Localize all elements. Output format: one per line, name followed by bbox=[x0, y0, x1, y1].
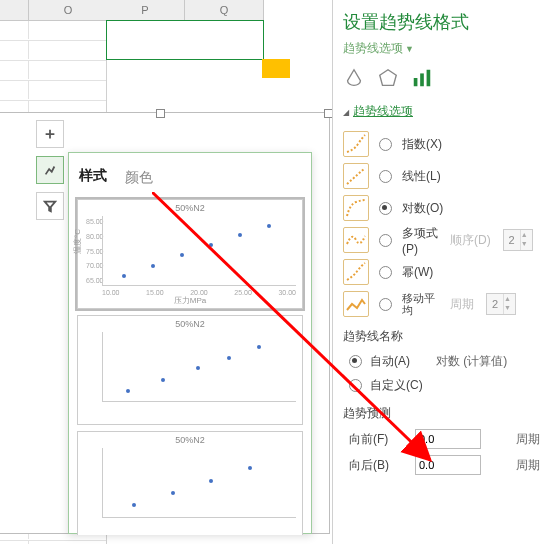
col-head-p[interactable]: P bbox=[106, 0, 185, 20]
col-head-q[interactable]: Q bbox=[185, 0, 264, 20]
option-power[interactable]: 幂(W) bbox=[343, 256, 540, 288]
col-head-o[interactable]: O bbox=[29, 0, 108, 20]
poly-order-spinner[interactable]: 2▲▼ bbox=[503, 229, 533, 251]
pane-subtitle[interactable]: 趋势线选项▼ bbox=[343, 40, 540, 57]
fill-line-icon[interactable] bbox=[343, 67, 365, 89]
gallery-body[interactable]: 50%N2 温度°C 85.0080.0075.0070.0065.00 10.… bbox=[69, 191, 311, 535]
option-polynomial[interactable]: 多项式(P) 顺序(D) 2▲▼ bbox=[343, 224, 540, 256]
chart-filter-button[interactable] bbox=[36, 192, 64, 220]
pane-title: 设置趋势线格式 bbox=[343, 10, 540, 34]
tab-color[interactable]: 颜色 bbox=[125, 169, 153, 191]
tab-style[interactable]: 样式 bbox=[79, 167, 107, 191]
resize-handle[interactable] bbox=[156, 109, 165, 118]
moving-period-spinner[interactable]: 2▲▼ bbox=[486, 293, 516, 315]
svg-marker-0 bbox=[380, 70, 397, 86]
selection-outline bbox=[106, 20, 264, 60]
style-thumb[interactable]: 50%N2 bbox=[77, 431, 303, 535]
col-head-blank[interactable] bbox=[0, 0, 29, 20]
style-gallery: 样式 颜色 50%N2 温度°C 85.0080.0075.0070.0065.… bbox=[68, 152, 312, 534]
section-trendline-name: 趋势线名称 bbox=[343, 328, 540, 345]
style-thumb[interactable]: 50%N2 bbox=[77, 315, 303, 425]
svg-rect-2 bbox=[420, 73, 424, 86]
forward-input[interactable] bbox=[415, 429, 481, 449]
name-custom-row[interactable]: 自定义(C) bbox=[349, 373, 540, 397]
section-forecast: 趋势预测 bbox=[343, 405, 540, 422]
style-thumb[interactable]: 50%N2 温度°C 85.0080.0075.0070.0065.00 10.… bbox=[77, 199, 303, 309]
chart-add-button[interactable] bbox=[36, 120, 64, 148]
option-exponential[interactable]: 指数(X) bbox=[343, 128, 540, 160]
svg-rect-1 bbox=[414, 78, 418, 86]
trendline-options-icon[interactable] bbox=[411, 67, 433, 89]
forward-label: 向前(F) bbox=[349, 431, 405, 448]
format-trendline-pane: 设置趋势线格式 趋势线选项▼ 趋势线选项 指数(X) 线性(L) 对数(O) 多… bbox=[332, 0, 550, 544]
option-linear[interactable]: 线性(L) bbox=[343, 160, 540, 192]
svg-rect-3 bbox=[427, 70, 431, 87]
option-logarithmic[interactable]: 对数(O) bbox=[343, 192, 540, 224]
option-moving-average[interactable]: 移动平均 周期 2▲▼ bbox=[343, 288, 540, 320]
section-trendline-options[interactable]: 趋势线选项 bbox=[343, 103, 540, 120]
highlighted-cell[interactable] bbox=[262, 59, 290, 78]
effects-icon[interactable] bbox=[377, 67, 399, 89]
chart-style-button[interactable] bbox=[36, 156, 64, 184]
backward-input[interactable] bbox=[415, 455, 481, 475]
name-auto-row[interactable]: 自动(A) 对数 (计算值) bbox=[349, 349, 540, 373]
backward-label: 向后(B) bbox=[349, 457, 405, 474]
